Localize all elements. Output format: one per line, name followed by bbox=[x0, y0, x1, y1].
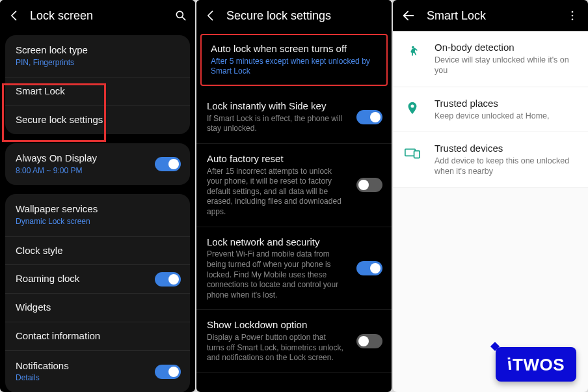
card-lock-types: Screen lock type PIN, Fingerprints Smart… bbox=[5, 35, 190, 134]
row-trusted-devices[interactable]: Trusted devices Add device to keep this … bbox=[393, 132, 588, 188]
row-title: Show Lockdown option bbox=[207, 319, 381, 331]
walking-icon bbox=[403, 43, 421, 61]
row-title: Widgets bbox=[16, 301, 180, 314]
row-title: Lock instantly with Side key bbox=[207, 100, 381, 113]
page-title: Lock screen bbox=[30, 9, 173, 23]
panel-secure-lock-settings: Secure lock settings Auto lock when scre… bbox=[196, 0, 392, 392]
svg-rect-6 bbox=[414, 150, 420, 158]
card-misc: Wallpaper services Dynamic Lock screen C… bbox=[5, 194, 190, 392]
row-smart-lock[interactable]: Smart Lock bbox=[5, 77, 190, 105]
toggle-roaming-clock[interactable] bbox=[155, 272, 181, 287]
row-sub: Add device to keep this one unlocked whe… bbox=[434, 156, 578, 177]
back-icon[interactable] bbox=[203, 8, 219, 23]
row-sub: If Smart Lock is in effect, the phone wi… bbox=[207, 114, 343, 134]
row-title: Wallpaper services bbox=[16, 203, 180, 216]
row-contact-information[interactable]: Contact information bbox=[5, 322, 190, 350]
svg-point-4 bbox=[412, 46, 414, 49]
svg-point-2 bbox=[572, 15, 574, 17]
row-lock-network-security[interactable]: Lock network and security Prevent Wi-Fi … bbox=[196, 227, 392, 311]
row-title: Lock network and security bbox=[207, 236, 381, 249]
toggle-auto-factory-reset[interactable] bbox=[356, 178, 382, 192]
row-title: Auto lock when screen turns off bbox=[211, 43, 377, 55]
row-sub: Prevent Wi-Fi and mobile data from being… bbox=[207, 249, 343, 300]
row-sub: Display a Power button option that turns… bbox=[207, 333, 343, 363]
row-clock-style[interactable]: Clock style bbox=[5, 236, 190, 265]
row-auto-factory-reset[interactable]: Auto factory reset After 15 incorrect at… bbox=[196, 144, 392, 227]
svg-point-0 bbox=[176, 11, 183, 18]
row-title: Clock style bbox=[16, 245, 180, 257]
row-sub: Device will stay unlocked while it's on … bbox=[434, 55, 578, 76]
panel-lock-screen: Lock screen Screen lock type PIN, Finger… bbox=[0, 0, 195, 392]
row-title: Trusted places bbox=[434, 98, 578, 109]
row-sub: Keep device unlocked at Home, bbox=[434, 111, 578, 121]
row-always-on-display[interactable]: Always On Display 8:00 AM ~ 9:00 PM bbox=[5, 143, 190, 185]
row-sub: After 15 incorrect attempts to unlock yo… bbox=[207, 167, 343, 217]
row-title: Auto factory reset bbox=[207, 153, 381, 165]
row-title: Secure lock settings bbox=[16, 114, 180, 126]
row-roaming-clock[interactable]: Roaming clock bbox=[5, 264, 190, 293]
header-secure-lock: Secure lock settings bbox=[196, 0, 392, 31]
row-auto-lock[interactable]: Auto lock when screen turns off After 5 … bbox=[200, 34, 388, 86]
toggle-lock-network[interactable] bbox=[356, 261, 382, 275]
row-title: Screen lock type bbox=[16, 44, 180, 57]
toggle-side-key[interactable] bbox=[356, 110, 382, 124]
location-pin-icon bbox=[403, 99, 421, 117]
svg-point-1 bbox=[572, 11, 574, 13]
svg-point-3 bbox=[572, 19, 574, 21]
toggle-lockdown[interactable] bbox=[356, 334, 382, 348]
row-screen-lock-type[interactable]: Screen lock type PIN, Fingerprints bbox=[5, 35, 190, 77]
page-title: Smart Lock bbox=[427, 9, 565, 23]
header-lock-screen: Lock screen bbox=[0, 0, 195, 31]
row-title: On-body detection bbox=[434, 42, 578, 53]
page-title: Secure lock settings bbox=[226, 9, 385, 23]
row-wallpaper-services[interactable]: Wallpaper services Dynamic Lock screen bbox=[5, 194, 190, 236]
watermark-logo: iiTWOSTWOS bbox=[496, 347, 576, 382]
more-icon[interactable] bbox=[565, 8, 580, 23]
back-icon[interactable] bbox=[7, 8, 22, 23]
header-smart-lock: Smart Lock bbox=[393, 0, 588, 31]
toggle-notifications[interactable] bbox=[155, 365, 181, 379]
row-notifications[interactable]: Notifications Details bbox=[5, 350, 190, 392]
row-title: Smart Lock bbox=[16, 85, 180, 98]
card-always-on: Always On Display 8:00 AM ~ 9:00 PM bbox=[5, 143, 190, 185]
panel-smart-lock: Smart Lock On-body detection Device will… bbox=[393, 0, 588, 392]
row-title: Contact information bbox=[16, 330, 180, 343]
devices-icon bbox=[403, 144, 421, 162]
row-on-body-detection[interactable]: On-body detection Device will stay unloc… bbox=[393, 31, 588, 87]
back-arrow-icon[interactable] bbox=[401, 8, 416, 23]
row-secure-lock-settings[interactable]: Secure lock settings bbox=[5, 105, 190, 134]
row-sub: Dynamic Lock screen bbox=[16, 217, 180, 227]
row-sub: After 5 minutes except when kept unlocke… bbox=[211, 57, 377, 77]
search-icon[interactable] bbox=[173, 8, 189, 23]
row-lock-side-key[interactable]: Lock instantly with Side key If Smart Lo… bbox=[196, 91, 392, 144]
row-title: Trusted devices bbox=[434, 143, 578, 154]
row-show-lockdown[interactable]: Show Lockdown option Display a Power but… bbox=[196, 310, 392, 373]
row-sub: PIN, Fingerprints bbox=[16, 58, 180, 68]
row-trusted-places[interactable]: Trusted places Keep device unlocked at H… bbox=[393, 87, 588, 132]
toggle-always-on[interactable] bbox=[155, 157, 181, 171]
row-widgets[interactable]: Widgets bbox=[5, 293, 190, 322]
